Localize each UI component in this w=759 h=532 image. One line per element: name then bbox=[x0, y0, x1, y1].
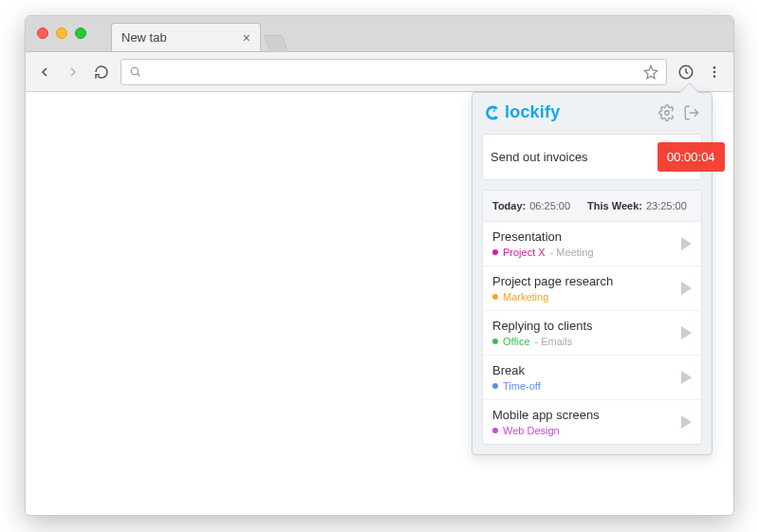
window-controls bbox=[37, 28, 86, 39]
entry-main: BreakTime-off bbox=[492, 363, 681, 392]
svg-point-0 bbox=[131, 67, 139, 75]
entry-row[interactable]: Project page researchMarketing bbox=[483, 266, 701, 311]
star-icon[interactable] bbox=[643, 64, 658, 80]
task-name: - Emails bbox=[535, 336, 573, 347]
search-icon bbox=[129, 65, 141, 78]
entry-main: Replying to clientsOffice- Emails bbox=[492, 319, 681, 347]
summary-bar: Today:06:25:00 This Week:23:25:00 bbox=[483, 191, 701, 222]
clockify-extension-button[interactable] bbox=[676, 63, 695, 82]
clockify-logo-icon bbox=[484, 104, 501, 121]
project-color-dot bbox=[492, 339, 498, 344]
entry-subtitle: Project X- Meeting bbox=[492, 247, 681, 258]
minimize-window-button[interactable] bbox=[56, 28, 67, 39]
svg-point-2 bbox=[713, 66, 716, 69]
summary-today: Today:06:25:00 bbox=[492, 200, 570, 211]
entry-subtitle: Marketing bbox=[492, 291, 681, 303]
settings-button[interactable] bbox=[658, 104, 676, 121]
entry-row[interactable]: Replying to clientsOffice- Emails bbox=[483, 311, 701, 356]
clockify-logo: lockify bbox=[484, 102, 651, 122]
entry-title: Project page research bbox=[492, 274, 681, 288]
timer-card: 00:00:04 bbox=[482, 134, 702, 180]
clockify-popup: lockify 00:00:04 Today:06:25:00 This Wee… bbox=[472, 92, 713, 455]
tab-title: New tab bbox=[121, 30, 167, 45]
popup-header: lockify bbox=[472, 93, 712, 130]
entry-main: Mobile app screensWeb Design bbox=[492, 408, 681, 436]
project-color-dot bbox=[492, 294, 498, 300]
maximize-window-button[interactable] bbox=[75, 28, 86, 39]
project-color-dot bbox=[492, 428, 498, 433]
browser-tab[interactable]: New tab × bbox=[111, 23, 261, 51]
entry-title: Mobile app screens bbox=[492, 408, 681, 422]
back-button[interactable] bbox=[35, 63, 54, 82]
svg-point-4 bbox=[713, 75, 716, 78]
browser-viewport: lockify 00:00:04 Today:06:25:00 This Wee… bbox=[26, 92, 733, 515]
clockify-logo-text: lockify bbox=[505, 102, 560, 122]
play-button[interactable] bbox=[681, 415, 692, 429]
task-name: - Meeting bbox=[550, 247, 594, 258]
entry-title: Replying to clients bbox=[492, 319, 681, 333]
entry-subtitle: Time-off bbox=[492, 380, 681, 392]
browser-menu-button[interactable] bbox=[705, 63, 724, 82]
svg-point-5 bbox=[665, 110, 670, 115]
svg-point-3 bbox=[713, 70, 716, 73]
close-tab-button[interactable]: × bbox=[243, 30, 250, 46]
stop-timer-button[interactable]: 00:00:04 bbox=[657, 142, 725, 172]
close-window-button[interactable] bbox=[37, 28, 48, 39]
address-bar[interactable] bbox=[120, 59, 667, 85]
project-name: Marketing bbox=[503, 291, 548, 303]
project-color-dot bbox=[492, 383, 498, 389]
project-name: Office bbox=[503, 336, 530, 347]
entry-main: Project page researchMarketing bbox=[492, 274, 681, 303]
address-input[interactable] bbox=[149, 64, 636, 79]
entry-subtitle: Web Design bbox=[492, 425, 681, 436]
entry-row[interactable]: Mobile app screensWeb Design bbox=[483, 400, 701, 444]
entry-title: Presentation bbox=[492, 229, 681, 244]
entry-subtitle: Office- Emails bbox=[492, 336, 681, 347]
play-button[interactable] bbox=[681, 326, 692, 339]
forward-button[interactable] bbox=[64, 63, 83, 82]
logout-button[interactable] bbox=[683, 104, 700, 121]
entry-title: Break bbox=[492, 363, 681, 377]
reload-button[interactable] bbox=[92, 63, 111, 82]
new-tab-button[interactable] bbox=[264, 35, 289, 52]
browser-titlebar: New tab × bbox=[26, 16, 733, 52]
project-name: Project X bbox=[503, 247, 546, 258]
entries-list: Today:06:25:00 This Week:23:25:00 Presen… bbox=[482, 190, 702, 445]
play-button[interactable] bbox=[681, 282, 692, 295]
browser-window: New tab × l bbox=[25, 15, 734, 516]
entry-row[interactable]: BreakTime-off bbox=[483, 356, 701, 400]
project-color-dot bbox=[492, 249, 498, 255]
play-button[interactable] bbox=[681, 371, 692, 384]
entry-row[interactable]: PresentationProject X- Meeting bbox=[483, 222, 701, 266]
play-button[interactable] bbox=[681, 237, 692, 250]
entry-main: PresentationProject X- Meeting bbox=[492, 229, 681, 258]
description-input[interactable] bbox=[491, 150, 650, 164]
project-name: Web Design bbox=[503, 425, 560, 436]
project-name: Time-off bbox=[503, 380, 541, 392]
summary-week: This Week:23:25:00 bbox=[587, 200, 687, 211]
browser-toolbar bbox=[26, 52, 733, 92]
